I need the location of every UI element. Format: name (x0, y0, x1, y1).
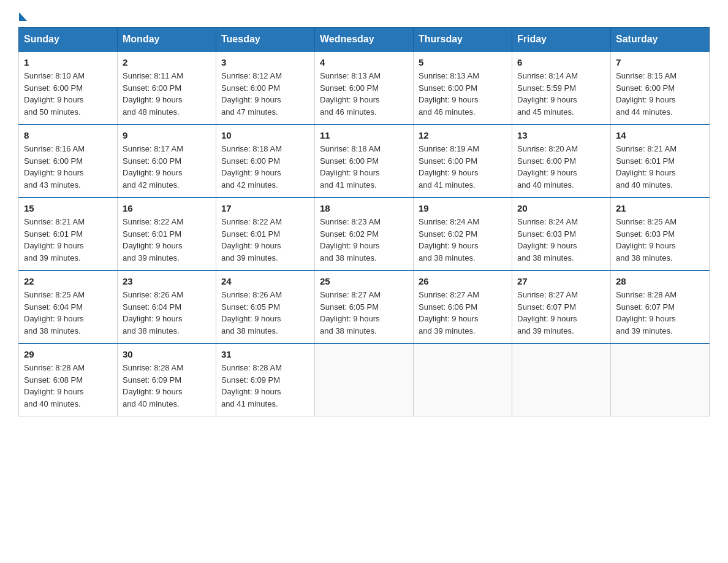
day-number: 9 (123, 130, 211, 140)
calendar-cell: 22Sunrise: 8:25 AMSunset: 6:04 PMDayligh… (19, 270, 118, 343)
day-info: Sunrise: 8:13 AMSunset: 6:00 PMDaylight:… (419, 70, 507, 118)
day-number: 8 (24, 130, 112, 140)
logo (18, 12, 27, 21)
day-number: 24 (221, 276, 309, 286)
calendar-header-wednesday: Wednesday (315, 28, 414, 52)
day-number: 3 (221, 57, 309, 67)
day-info: Sunrise: 8:23 AMSunset: 6:02 PMDaylight:… (320, 216, 408, 264)
day-info: Sunrise: 8:24 AMSunset: 6:02 PMDaylight:… (419, 216, 507, 264)
day-info: Sunrise: 8:17 AMSunset: 6:00 PMDaylight:… (123, 143, 211, 191)
calendar-cell (611, 343, 710, 416)
calendar-week-row: 29Sunrise: 8:28 AMSunset: 6:08 PMDayligh… (19, 343, 710, 416)
day-info: Sunrise: 8:15 AMSunset: 6:00 PMDaylight:… (616, 70, 704, 118)
calendar-header-thursday: Thursday (414, 28, 512, 52)
day-number: 26 (419, 276, 507, 286)
calendar-header-friday: Friday (512, 28, 611, 52)
day-info: Sunrise: 8:13 AMSunset: 6:00 PMDaylight:… (320, 70, 408, 118)
day-number: 25 (320, 276, 408, 286)
calendar-cell: 28Sunrise: 8:28 AMSunset: 6:07 PMDayligh… (611, 270, 710, 343)
calendar-cell: 20Sunrise: 8:24 AMSunset: 6:03 PMDayligh… (512, 197, 611, 270)
day-number: 13 (517, 130, 605, 140)
day-info: Sunrise: 8:21 AMSunset: 6:01 PMDaylight:… (24, 216, 112, 264)
calendar-cell: 6Sunrise: 8:14 AMSunset: 5:59 PMDaylight… (512, 52, 611, 124)
calendar-cell: 26Sunrise: 8:27 AMSunset: 6:06 PMDayligh… (414, 270, 512, 343)
calendar-cell: 12Sunrise: 8:19 AMSunset: 6:00 PMDayligh… (414, 124, 512, 197)
calendar-cell: 15Sunrise: 8:21 AMSunset: 6:01 PMDayligh… (19, 197, 118, 270)
calendar-cell: 27Sunrise: 8:27 AMSunset: 6:07 PMDayligh… (512, 270, 611, 343)
day-number: 11 (320, 130, 408, 140)
day-number: 27 (517, 276, 605, 286)
calendar-cell: 4Sunrise: 8:13 AMSunset: 6:00 PMDaylight… (315, 52, 414, 124)
calendar-cell: 16Sunrise: 8:22 AMSunset: 6:01 PMDayligh… (118, 197, 216, 270)
day-number: 4 (320, 57, 408, 67)
day-number: 1 (24, 57, 112, 67)
calendar-cell (315, 343, 414, 416)
calendar-cell: 25Sunrise: 8:27 AMSunset: 6:05 PMDayligh… (315, 270, 414, 343)
calendar-cell: 30Sunrise: 8:28 AMSunset: 6:09 PMDayligh… (118, 343, 216, 416)
day-info: Sunrise: 8:10 AMSunset: 6:00 PMDaylight:… (24, 70, 112, 118)
calendar-table: SundayMondayTuesdayWednesdayThursdayFrid… (18, 27, 710, 416)
day-info: Sunrise: 8:12 AMSunset: 6:00 PMDaylight:… (221, 70, 309, 118)
day-info: Sunrise: 8:25 AMSunset: 6:04 PMDaylight:… (24, 289, 112, 337)
day-info: Sunrise: 8:20 AMSunset: 6:00 PMDaylight:… (517, 143, 605, 191)
calendar-cell: 17Sunrise: 8:22 AMSunset: 6:01 PMDayligh… (216, 197, 315, 270)
day-number: 12 (419, 130, 507, 140)
day-number: 15 (24, 203, 112, 213)
day-number: 28 (616, 276, 704, 286)
calendar-cell: 11Sunrise: 8:18 AMSunset: 6:00 PMDayligh… (315, 124, 414, 197)
day-number: 29 (24, 349, 112, 359)
calendar-cell: 18Sunrise: 8:23 AMSunset: 6:02 PMDayligh… (315, 197, 414, 270)
day-info: Sunrise: 8:27 AMSunset: 6:06 PMDaylight:… (419, 289, 507, 337)
day-info: Sunrise: 8:26 AMSunset: 6:04 PMDaylight:… (123, 289, 211, 337)
calendar-header-saturday: Saturday (611, 28, 710, 52)
calendar-cell: 7Sunrise: 8:15 AMSunset: 6:00 PMDaylight… (611, 52, 710, 124)
calendar-cell: 31Sunrise: 8:28 AMSunset: 6:09 PMDayligh… (216, 343, 315, 416)
day-info: Sunrise: 8:27 AMSunset: 6:05 PMDaylight:… (320, 289, 408, 337)
day-info: Sunrise: 8:24 AMSunset: 6:03 PMDaylight:… (517, 216, 605, 264)
calendar-week-row: 8Sunrise: 8:16 AMSunset: 6:00 PMDaylight… (19, 124, 710, 197)
day-info: Sunrise: 8:16 AMSunset: 6:00 PMDaylight:… (24, 143, 112, 191)
day-number: 6 (517, 57, 605, 67)
day-number: 14 (616, 130, 704, 140)
day-number: 23 (123, 276, 211, 286)
day-number: 19 (419, 203, 507, 213)
day-info: Sunrise: 8:14 AMSunset: 5:59 PMDaylight:… (517, 70, 605, 118)
day-info: Sunrise: 8:25 AMSunset: 6:03 PMDaylight:… (616, 216, 704, 264)
day-info: Sunrise: 8:28 AMSunset: 6:09 PMDaylight:… (221, 362, 309, 410)
day-number: 21 (616, 203, 704, 213)
day-info: Sunrise: 8:28 AMSunset: 6:07 PMDaylight:… (616, 289, 704, 337)
day-number: 2 (123, 57, 211, 67)
day-number: 10 (221, 130, 309, 140)
day-number: 22 (24, 276, 112, 286)
calendar-cell: 1Sunrise: 8:10 AMSunset: 6:00 PMDaylight… (19, 52, 118, 124)
calendar-header-monday: Monday (118, 28, 216, 52)
calendar-header-sunday: Sunday (19, 28, 118, 52)
calendar-cell: 3Sunrise: 8:12 AMSunset: 6:00 PMDaylight… (216, 52, 315, 124)
calendar-cell: 24Sunrise: 8:26 AMSunset: 6:05 PMDayligh… (216, 270, 315, 343)
calendar-cell: 23Sunrise: 8:26 AMSunset: 6:04 PMDayligh… (118, 270, 216, 343)
day-info: Sunrise: 8:18 AMSunset: 6:00 PMDaylight:… (221, 143, 309, 191)
logo-chevron-icon (19, 12, 27, 21)
calendar-week-row: 22Sunrise: 8:25 AMSunset: 6:04 PMDayligh… (19, 270, 710, 343)
day-number: 31 (221, 349, 309, 359)
calendar-week-row: 1Sunrise: 8:10 AMSunset: 6:00 PMDaylight… (19, 52, 710, 124)
day-info: Sunrise: 8:28 AMSunset: 6:09 PMDaylight:… (123, 362, 211, 410)
day-info: Sunrise: 8:21 AMSunset: 6:01 PMDaylight:… (616, 143, 704, 191)
day-info: Sunrise: 8:19 AMSunset: 6:00 PMDaylight:… (419, 143, 507, 191)
calendar-cell: 9Sunrise: 8:17 AMSunset: 6:00 PMDaylight… (118, 124, 216, 197)
day-number: 17 (221, 203, 309, 213)
calendar-cell: 5Sunrise: 8:13 AMSunset: 6:00 PMDaylight… (414, 52, 512, 124)
day-number: 5 (419, 57, 507, 67)
day-number: 30 (123, 349, 211, 359)
calendar-cell: 19Sunrise: 8:24 AMSunset: 6:02 PMDayligh… (414, 197, 512, 270)
calendar-cell: 21Sunrise: 8:25 AMSunset: 6:03 PMDayligh… (611, 197, 710, 270)
day-info: Sunrise: 8:18 AMSunset: 6:00 PMDaylight:… (320, 143, 408, 191)
day-number: 18 (320, 203, 408, 213)
calendar-cell: 29Sunrise: 8:28 AMSunset: 6:08 PMDayligh… (19, 343, 118, 416)
day-number: 20 (517, 203, 605, 213)
calendar-cell (414, 343, 512, 416)
calendar-week-row: 15Sunrise: 8:21 AMSunset: 6:01 PMDayligh… (19, 197, 710, 270)
day-number: 7 (616, 57, 704, 67)
calendar-cell: 10Sunrise: 8:18 AMSunset: 6:00 PMDayligh… (216, 124, 315, 197)
calendar-header-row: SundayMondayTuesdayWednesdayThursdayFrid… (19, 28, 710, 52)
